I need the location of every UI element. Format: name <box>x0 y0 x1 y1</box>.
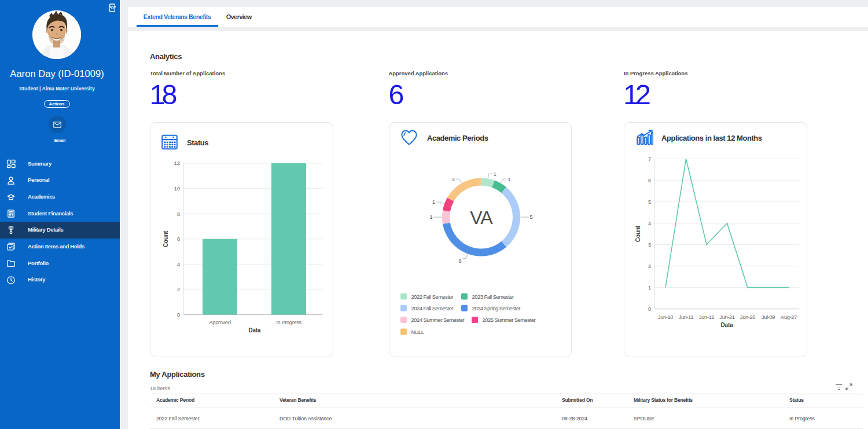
svg-text:5: 5 <box>530 214 533 220</box>
svg-text:6: 6 <box>648 178 651 184</box>
svg-text:2023 Fall Semester: 2023 Fall Semester <box>472 294 514 300</box>
svg-text:Data: Data <box>249 327 262 333</box>
svg-text:4: 4 <box>177 262 180 267</box>
svg-text:1: 1 <box>432 199 435 205</box>
svg-text:2024 Fall Semester: 2024 Fall Semester <box>411 306 454 311</box>
svg-text:1: 1 <box>429 214 432 220</box>
svg-text:2025 Summer Semester: 2025 Summer Semester <box>483 317 536 323</box>
svg-text:Jun-26: Jun-26 <box>740 314 755 320</box>
svg-text:3: 3 <box>451 177 454 182</box>
svg-text:Count: Count <box>163 230 169 247</box>
svg-text:3: 3 <box>648 242 651 248</box>
svg-text:2024 Spring Semester: 2024 Spring Semester <box>472 306 521 311</box>
svg-text:12: 12 <box>174 160 180 166</box>
svg-text:2022 Fall Semester: 2022 Fall Semester <box>411 294 454 300</box>
svg-text:2: 2 <box>177 287 180 292</box>
svg-text:Data: Data <box>721 322 734 328</box>
svg-text:1: 1 <box>648 285 651 291</box>
svg-text:NULL: NULL <box>411 329 424 335</box>
svg-text:10: 10 <box>174 186 180 192</box>
svg-text:Approved: Approved <box>209 320 231 325</box>
svg-text:2024 Summer Semester: 2024 Summer Semester <box>411 317 465 323</box>
svg-text:Aug-27: Aug-27 <box>781 314 797 320</box>
svg-text:1: 1 <box>494 171 496 177</box>
svg-text:Jun-11: Jun-11 <box>679 314 694 320</box>
svg-text:In Progress: In Progress <box>276 320 301 325</box>
svg-text:Jun-12: Jun-12 <box>699 314 714 320</box>
svg-text:Jun-10: Jun-10 <box>658 314 673 320</box>
svg-text:1: 1 <box>508 177 511 182</box>
svg-text:0: 0 <box>648 306 651 312</box>
svg-text:PDF: PDF <box>109 6 116 10</box>
svg-text:6: 6 <box>177 236 180 242</box>
svg-text:0: 0 <box>177 312 180 318</box>
svg-text:6: 6 <box>458 258 461 264</box>
svg-text:Jun-21: Jun-21 <box>719 314 734 320</box>
svg-text:Count: Count <box>635 225 641 242</box>
svg-text:7: 7 <box>648 156 651 162</box>
svg-text:4: 4 <box>648 221 651 226</box>
svg-text:Jul-09: Jul-09 <box>762 314 775 320</box>
svg-text:8: 8 <box>177 211 180 217</box>
svg-text:5: 5 <box>648 199 651 205</box>
svg-text:VA: VA <box>470 207 493 228</box>
svg-text:2: 2 <box>648 263 651 269</box>
